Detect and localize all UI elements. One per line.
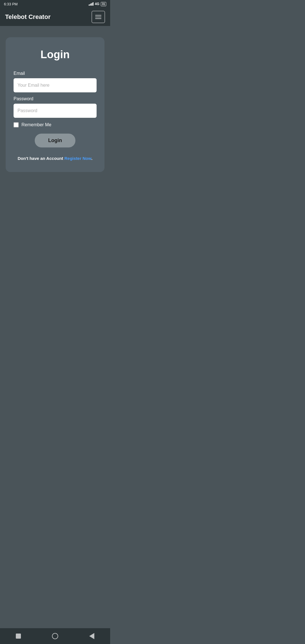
- main-content: Login Email Password Remember Me Login D…: [0, 26, 110, 232]
- menu-button[interactable]: [91, 11, 105, 23]
- signal-icon: [89, 2, 93, 6]
- register-link[interactable]: Register Now: [64, 156, 91, 161]
- status-icons: 4G 31: [89, 2, 106, 6]
- login-title: Login: [14, 49, 97, 61]
- status-bar: 6:33 PM 4G 31: [0, 0, 110, 8]
- login-button[interactable]: Login: [35, 134, 76, 147]
- email-group: Email: [14, 71, 97, 92]
- password-label: Password: [14, 96, 97, 101]
- network-type: 4G: [95, 2, 99, 6]
- menu-icon-line3: [95, 18, 101, 19]
- register-text: Don't have an Account Register Now.: [14, 155, 97, 162]
- email-input[interactable]: [14, 78, 97, 92]
- app-title: Telebot Creator: [5, 13, 51, 21]
- remember-me-checkbox[interactable]: [14, 122, 19, 127]
- email-label: Email: [14, 71, 97, 76]
- menu-icon-line2: [95, 17, 101, 17]
- remember-me-text: Remember Me: [21, 122, 51, 127]
- password-input[interactable]: [14, 104, 97, 118]
- battery-icon: 31: [101, 2, 106, 6]
- remember-me-label[interactable]: Remember Me: [14, 122, 97, 127]
- navbar: Telebot Creator: [0, 8, 110, 26]
- status-time: 6:33 PM: [4, 2, 18, 6]
- menu-icon-line1: [95, 15, 101, 16]
- login-card: Login Email Password Remember Me Login D…: [6, 37, 104, 172]
- password-group: Password: [14, 96, 97, 118]
